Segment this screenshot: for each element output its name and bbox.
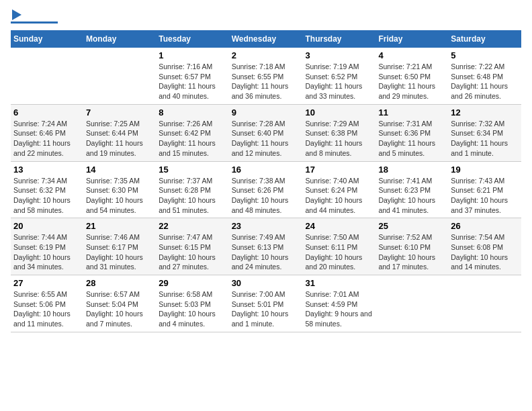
weekday-header-thursday: Thursday: [303, 30, 376, 48]
day-number: 8: [159, 107, 226, 118]
calendar-week-row: 13Sunrise: 7:34 AM Sunset: 6:32 PM Dayli…: [11, 161, 521, 218]
calendar-day-26: 26Sunrise: 7:54 AM Sunset: 6:08 PM Dayli…: [448, 218, 521, 275]
day-detail: Sunrise: 7:35 AM Sunset: 6:30 PM Dayligh…: [86, 176, 153, 216]
day-number: 18: [378, 165, 445, 175]
calendar-day-2: 2Sunrise: 7:18 AM Sunset: 6:55 PM Daylig…: [229, 48, 303, 104]
calendar-day-3: 3Sunrise: 7:19 AM Sunset: 6:52 PM Daylig…: [303, 48, 376, 104]
calendar-day-23: 23Sunrise: 7:49 AM Sunset: 6:13 PM Dayli…: [229, 218, 303, 275]
day-detail: Sunrise: 7:21 AM Sunset: 6:50 PM Dayligh…: [378, 62, 445, 101]
day-detail: Sunrise: 7:54 AM Sunset: 6:08 PM Dayligh…: [451, 232, 519, 272]
logo-underline: [11, 21, 58, 24]
calendar-day-22: 22Sunrise: 7:47 AM Sunset: 6:15 PM Dayli…: [156, 218, 228, 275]
calendar-day-30: 30Sunrise: 7:00 AM Sunset: 5:01 PM Dayli…: [229, 275, 303, 332]
day-number: 31: [306, 278, 373, 288]
weekday-header-tuesday: Tuesday: [156, 30, 228, 48]
day-number: 24: [306, 221, 373, 231]
calendar-empty-cell: [83, 48, 156, 104]
day-detail: Sunrise: 7:46 AM Sunset: 6:17 PM Dayligh…: [86, 232, 153, 272]
calendar-day-1: 1Sunrise: 7:16 AM Sunset: 6:57 PM Daylig…: [156, 48, 228, 104]
calendar-body: 1Sunrise: 7:16 AM Sunset: 6:57 PM Daylig…: [11, 48, 521, 332]
day-detail: Sunrise: 7:26 AM Sunset: 6:42 PM Dayligh…: [159, 119, 226, 158]
day-detail: Sunrise: 7:16 AM Sunset: 6:57 PM Dayligh…: [159, 62, 226, 101]
calendar-day-31: 31Sunrise: 7:01 AM Sunset: 4:59 PM Dayli…: [303, 275, 376, 332]
day-detail: Sunrise: 7:32 AM Sunset: 6:34 PM Dayligh…: [451, 119, 519, 158]
day-number: 30: [232, 278, 300, 288]
calendar-day-29: 29Sunrise: 6:58 AM Sunset: 5:03 PM Dayli…: [156, 275, 228, 332]
calendar-day-27: 27Sunrise: 6:55 AM Sunset: 5:06 PM Dayli…: [11, 275, 83, 332]
calendar-day-20: 20Sunrise: 7:44 AM Sunset: 6:19 PM Dayli…: [11, 218, 83, 275]
day-number: 17: [306, 165, 373, 175]
day-number: 20: [13, 221, 81, 231]
day-number: 14: [86, 165, 153, 175]
day-number: 10: [306, 107, 373, 118]
day-number: 12: [451, 107, 519, 118]
weekday-header-wednesday: Wednesday: [229, 30, 303, 48]
calendar-day-12: 12Sunrise: 7:32 AM Sunset: 6:34 PM Dayli…: [448, 104, 521, 161]
calendar-day-17: 17Sunrise: 7:40 AM Sunset: 6:24 PM Dayli…: [303, 161, 376, 218]
logo-arrow-icon: [12, 9, 21, 20]
calendar-week-row: 27Sunrise: 6:55 AM Sunset: 5:06 PM Dayli…: [11, 275, 521, 332]
day-number: 16: [232, 165, 300, 175]
day-detail: Sunrise: 7:37 AM Sunset: 6:28 PM Dayligh…: [159, 176, 226, 216]
calendar-day-13: 13Sunrise: 7:34 AM Sunset: 6:32 PM Dayli…: [11, 161, 83, 218]
calendar-day-15: 15Sunrise: 7:37 AM Sunset: 6:28 PM Dayli…: [156, 161, 228, 218]
day-detail: Sunrise: 7:01 AM Sunset: 4:59 PM Dayligh…: [306, 289, 373, 329]
day-detail: Sunrise: 7:25 AM Sunset: 6:44 PM Dayligh…: [86, 119, 153, 158]
weekday-header-sunday: Sunday: [11, 30, 83, 48]
day-number: 5: [451, 50, 519, 60]
day-detail: Sunrise: 7:22 AM Sunset: 6:48 PM Dayligh…: [451, 62, 519, 101]
calendar-day-18: 18Sunrise: 7:41 AM Sunset: 6:23 PM Dayli…: [375, 161, 448, 218]
calendar-header-row: SundayMondayTuesdayWednesdayThursdayFrid…: [11, 30, 521, 48]
calendar-week-row: 20Sunrise: 7:44 AM Sunset: 6:19 PM Dayli…: [11, 218, 521, 275]
day-number: 11: [378, 107, 445, 118]
day-number: 13: [13, 165, 81, 175]
day-number: 1: [159, 50, 226, 60]
calendar-week-row: 1Sunrise: 7:16 AM Sunset: 6:57 PM Daylig…: [11, 48, 521, 104]
calendar-day-24: 24Sunrise: 7:50 AM Sunset: 6:11 PM Dayli…: [303, 218, 376, 275]
day-detail: Sunrise: 7:29 AM Sunset: 6:38 PM Dayligh…: [306, 119, 373, 158]
day-number: 29: [159, 278, 226, 288]
calendar-table: SundayMondayTuesdayWednesdayThursdayFrid…: [11, 30, 521, 332]
calendar-day-11: 11Sunrise: 7:31 AM Sunset: 6:36 PM Dayli…: [375, 104, 448, 161]
day-detail: Sunrise: 7:43 AM Sunset: 6:21 PM Dayligh…: [451, 176, 519, 216]
day-detail: Sunrise: 7:49 AM Sunset: 6:13 PM Dayligh…: [232, 232, 300, 272]
calendar-empty-cell: [448, 275, 521, 332]
calendar-day-14: 14Sunrise: 7:35 AM Sunset: 6:30 PM Dayli…: [83, 161, 156, 218]
day-number: 21: [86, 221, 153, 231]
day-number: 9: [232, 107, 300, 118]
calendar-day-8: 8Sunrise: 7:26 AM Sunset: 6:42 PM Daylig…: [156, 104, 228, 161]
day-number: 26: [451, 221, 519, 231]
day-number: 7: [86, 107, 153, 118]
day-detail: Sunrise: 6:57 AM Sunset: 5:04 PM Dayligh…: [86, 289, 153, 329]
calendar-day-9: 9Sunrise: 7:28 AM Sunset: 6:40 PM Daylig…: [229, 104, 303, 161]
calendar-day-16: 16Sunrise: 7:38 AM Sunset: 6:26 PM Dayli…: [229, 161, 303, 218]
calendar-day-25: 25Sunrise: 7:52 AM Sunset: 6:10 PM Dayli…: [375, 218, 448, 275]
day-detail: Sunrise: 7:50 AM Sunset: 6:11 PM Dayligh…: [306, 232, 373, 272]
calendar-day-4: 4Sunrise: 7:21 AM Sunset: 6:50 PM Daylig…: [375, 48, 448, 104]
day-detail: Sunrise: 6:58 AM Sunset: 5:03 PM Dayligh…: [159, 289, 226, 329]
calendar-day-6: 6Sunrise: 7:24 AM Sunset: 6:46 PM Daylig…: [11, 104, 83, 161]
calendar-day-10: 10Sunrise: 7:29 AM Sunset: 6:38 PM Dayli…: [303, 104, 376, 161]
weekday-header-monday: Monday: [83, 30, 156, 48]
calendar-day-21: 21Sunrise: 7:46 AM Sunset: 6:17 PM Dayli…: [83, 218, 156, 275]
day-detail: Sunrise: 7:24 AM Sunset: 6:46 PM Dayligh…: [13, 119, 81, 158]
weekday-header-saturday: Saturday: [448, 30, 521, 48]
day-number: 4: [378, 50, 445, 60]
day-number: 3: [306, 50, 373, 60]
day-number: 23: [232, 221, 300, 231]
day-number: 27: [13, 278, 81, 288]
day-detail: Sunrise: 7:18 AM Sunset: 6:55 PM Dayligh…: [232, 62, 300, 101]
calendar-day-5: 5Sunrise: 7:22 AM Sunset: 6:48 PM Daylig…: [448, 48, 521, 104]
day-number: 25: [378, 221, 445, 231]
day-number: 28: [86, 278, 153, 288]
calendar-week-row: 6Sunrise: 7:24 AM Sunset: 6:46 PM Daylig…: [11, 104, 521, 161]
day-detail: Sunrise: 7:38 AM Sunset: 6:26 PM Dayligh…: [232, 176, 300, 216]
day-number: 15: [159, 165, 226, 175]
day-detail: Sunrise: 7:52 AM Sunset: 6:10 PM Dayligh…: [378, 232, 445, 272]
day-number: 22: [159, 221, 226, 231]
day-number: 2: [232, 50, 300, 60]
page-header: [11, 11, 521, 24]
calendar-empty-cell: [375, 275, 448, 332]
logo: [11, 11, 58, 24]
calendar-day-19: 19Sunrise: 7:43 AM Sunset: 6:21 PM Dayli…: [448, 161, 521, 218]
